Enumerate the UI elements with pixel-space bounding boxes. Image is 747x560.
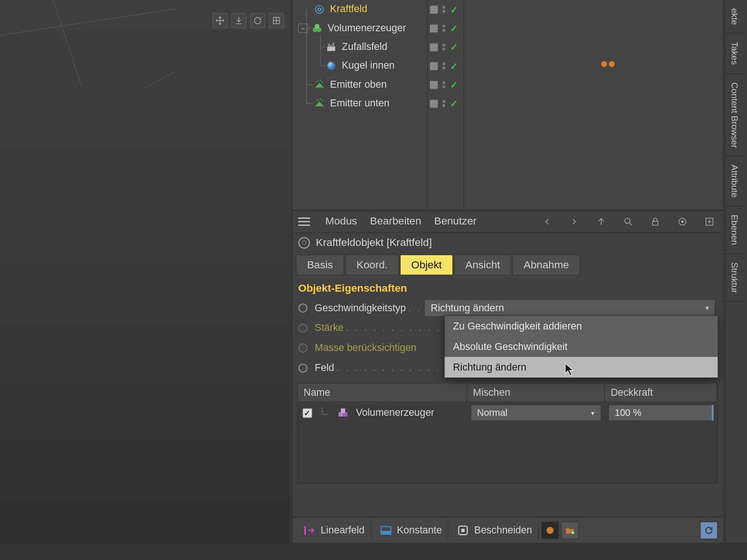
dropdown-option[interactable]: Zu Geschwindigkeit addieren xyxy=(445,316,718,336)
svg-rect-45 xyxy=(461,528,465,532)
tab-abnahme[interactable]: Abnahme xyxy=(513,255,580,275)
tree-item-emitter-oben[interactable]: Emitter oben xyxy=(292,75,427,94)
tree-item-kugel-innen[interactable]: Kugel innen xyxy=(292,56,427,75)
color-swatch-button[interactable] xyxy=(541,521,559,539)
viewport[interactable] xyxy=(0,0,290,543)
svg-rect-38 xyxy=(338,412,343,416)
dropdown-option[interactable]: Absolute Geschwindigkeit xyxy=(445,336,718,357)
nav-up-icon[interactable] xyxy=(594,214,608,228)
toggle-row[interactable]: ✓ xyxy=(427,75,463,94)
side-tab[interactable]: Attribute xyxy=(726,156,745,206)
row-checkbox[interactable]: ✓ xyxy=(303,408,312,418)
tab-objekt[interactable]: Objekt xyxy=(400,255,453,275)
nav-back-icon[interactable] xyxy=(540,214,554,228)
random-field-icon xyxy=(325,41,337,53)
attribute-title: Kraftfeldobjekt [Kraftfeld] xyxy=(292,233,722,252)
column-opacity[interactable]: Deckkraft xyxy=(605,384,717,402)
svg-rect-25 xyxy=(332,42,334,47)
forcefield-icon xyxy=(314,4,325,15)
svg-line-1 xyxy=(0,12,176,88)
anim-radio[interactable] xyxy=(298,364,308,373)
svg-rect-22 xyxy=(327,47,335,51)
table-row[interactable]: ✓ Volumenerzeuger Normal ▾ 100 % xyxy=(298,402,717,423)
clamp-button[interactable]: Beschneiden xyxy=(451,521,538,539)
opacity-input[interactable]: 100 % xyxy=(608,405,714,421)
velocity-type-dropdown[interactable]: Richtung ändern ▾ xyxy=(424,299,716,317)
row-name: Volumenerzeuger xyxy=(356,407,434,419)
anim-radio[interactable] xyxy=(298,323,308,333)
right-sidebar: ekte Takes Content Browser Attribute Ebe… xyxy=(725,0,747,543)
toggle-row[interactable]: ✓ xyxy=(427,19,463,37)
field-list-table: Name Mischen Deckkraft ✓ Volumenerzeuger… xyxy=(297,383,718,484)
side-tab[interactable]: Struktur xyxy=(726,254,745,302)
emitter-icon xyxy=(314,79,325,91)
side-tab[interactable]: Ebenen xyxy=(726,206,745,254)
anim-radio[interactable] xyxy=(298,303,308,313)
panel-resizer[interactable]: . . . . . xyxy=(297,491,718,496)
tree-item-volumenerzeuger[interactable]: − Volumenerzeuger xyxy=(292,19,427,37)
menu-icon[interactable] xyxy=(298,217,310,226)
new-window-icon[interactable] xyxy=(702,214,716,228)
viewport-rotate-icon[interactable] xyxy=(250,13,266,28)
svg-point-17 xyxy=(318,8,321,11)
anim-radio[interactable] xyxy=(298,343,308,353)
viewport-move-icon[interactable] xyxy=(212,13,228,28)
menu-edit[interactable]: Bearbeiten xyxy=(370,215,422,227)
material-tags[interactable] xyxy=(601,61,615,67)
toggle-row[interactable]: ✓ xyxy=(427,56,463,75)
object-manager[interactable]: Kraftfeld − Volumenerzeuger Zufallsfeld … xyxy=(292,0,722,210)
add-folder-button[interactable] xyxy=(561,521,578,539)
svg-line-0 xyxy=(0,0,176,35)
svg-rect-34 xyxy=(653,221,658,225)
menu-mode[interactable]: Modus xyxy=(325,215,357,227)
sphere-icon xyxy=(325,60,337,72)
dropdown-option-highlighted[interactable]: Richtung ändern xyxy=(445,357,718,378)
constant-icon xyxy=(379,524,392,537)
svg-rect-23 xyxy=(328,43,330,47)
column-name[interactable]: Name xyxy=(298,384,467,402)
svg-point-18 xyxy=(316,6,324,14)
viewport-layout-icon[interactable] xyxy=(269,13,284,28)
chevron-down-icon: ▾ xyxy=(705,304,709,312)
chevron-down-icon: ▾ xyxy=(591,409,595,416)
mix-mode-dropdown[interactable]: Normal ▾ xyxy=(471,405,601,421)
menu-user[interactable]: Benutzer xyxy=(434,215,477,227)
svg-rect-43 xyxy=(381,531,391,534)
tab-koord[interactable]: Koord. xyxy=(345,255,399,275)
toggle-row[interactable]: ✓ xyxy=(427,38,463,56)
svg-line-4 xyxy=(53,0,176,88)
svg-point-21 xyxy=(315,24,320,29)
search-icon[interactable] xyxy=(621,214,635,228)
refresh-button[interactable] xyxy=(700,521,718,539)
tree-label: Volumenerzeuger xyxy=(328,22,406,34)
side-tab[interactable]: ekte xyxy=(726,0,745,34)
volume-builder-icon xyxy=(337,406,350,420)
constant-button[interactable]: Konstante xyxy=(374,521,449,539)
column-mix[interactable]: Mischen xyxy=(467,384,605,402)
side-tab[interactable]: Takes xyxy=(726,34,745,74)
target-icon[interactable] xyxy=(675,214,689,228)
svg-point-33 xyxy=(625,218,630,223)
tree-item-zufallsfeld[interactable]: Zufallsfeld xyxy=(292,38,427,56)
emitter-icon xyxy=(314,98,325,109)
clamp-icon xyxy=(457,524,470,537)
toggle-row[interactable]: ✓ xyxy=(427,0,463,19)
tab-ansicht[interactable]: Ansicht xyxy=(454,255,511,275)
tab-basis[interactable]: Basis xyxy=(296,255,344,275)
linear-field-button[interactable]: Linearfeld xyxy=(297,521,371,539)
svg-point-27 xyxy=(317,81,318,82)
tree-item-kraftfeld[interactable]: Kraftfeld xyxy=(292,0,427,19)
svg-point-28 xyxy=(320,80,321,81)
tree-item-emitter-unten[interactable]: Emitter unten xyxy=(292,94,427,113)
tree-label: Emitter unten xyxy=(330,98,389,109)
viewport-zoom-icon[interactable] xyxy=(231,13,247,28)
side-tab[interactable]: Content Browser xyxy=(726,74,745,156)
toggle-row[interactable]: ✓ xyxy=(427,94,463,113)
lock-icon[interactable] xyxy=(648,214,662,228)
forcefield-icon xyxy=(298,237,310,248)
svg-point-32 xyxy=(322,100,323,101)
section-title: Objekt-Eigenschaften xyxy=(292,278,722,298)
nav-forward-icon[interactable] xyxy=(567,214,581,228)
velocity-type-dropdown-popup: Zu Geschwindigkeit addieren Absolute Ges… xyxy=(444,315,718,378)
expand-toggle[interactable]: − xyxy=(298,23,308,33)
